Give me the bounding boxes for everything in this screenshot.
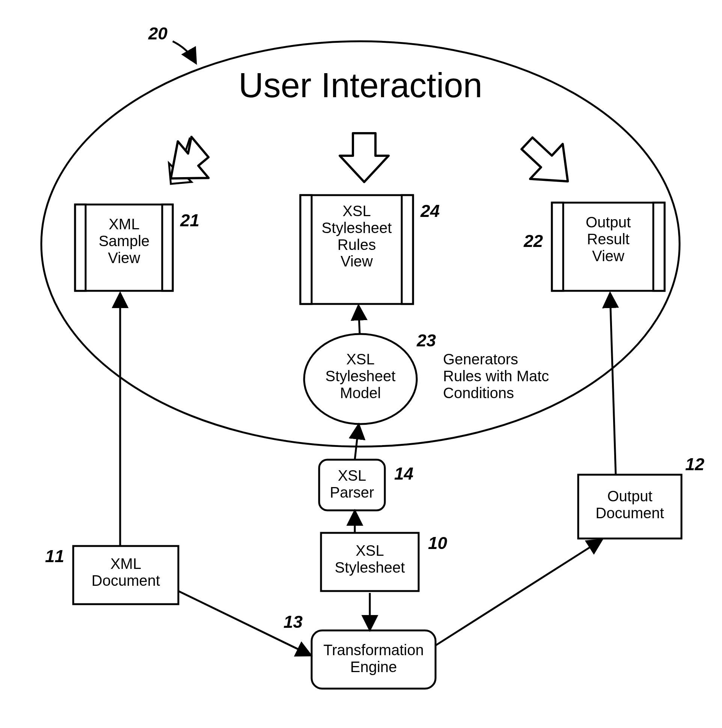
svg-rect-8 [653, 203, 665, 291]
edge-outdoc-to-resultview [610, 295, 616, 475]
output-document-box [578, 475, 681, 538]
ref20-pointer [173, 41, 195, 62]
diagram-stage: User Interaction XML Sample View XSL Sty… [0, 0, 722, 728]
svg-rect-2 [162, 205, 173, 291]
svg-rect-5 [402, 195, 413, 304]
block-arrow-left [171, 136, 212, 182]
xsl-rules-view-box [300, 195, 413, 304]
svg-rect-1 [75, 205, 86, 291]
svg-rect-3 [300, 195, 413, 304]
xsl-stylesheet-model-ellipse [304, 334, 417, 424]
xsl-parser-box [319, 460, 385, 510]
edge-engine-to-outdoc [435, 540, 601, 645]
xsl-stylesheet-box [321, 533, 418, 591]
block-arrow-center [340, 133, 389, 182]
edge-xmldoc-to-engine [178, 591, 310, 655]
xml-sample-view-box [75, 205, 173, 291]
svg-rect-0 [75, 205, 173, 291]
diagram-svg [0, 0, 722, 728]
output-result-view-box [552, 203, 665, 291]
block-arrows [171, 133, 568, 183]
block-arrow-right [521, 136, 568, 183]
svg-rect-7 [552, 203, 563, 291]
svg-rect-6 [552, 203, 665, 291]
xml-document-box [73, 546, 178, 604]
edge-parser-to-model [355, 426, 359, 460]
transformation-engine-box [312, 630, 435, 688]
svg-rect-4 [300, 195, 312, 304]
edge-model-to-rulesview [359, 307, 360, 334]
